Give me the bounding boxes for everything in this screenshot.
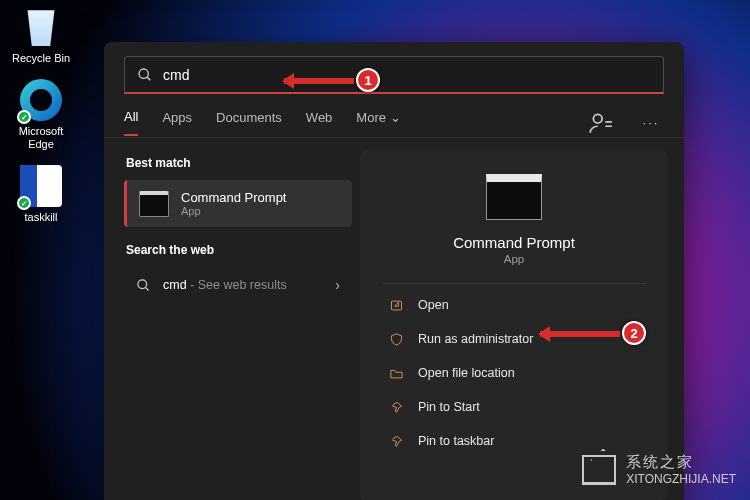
search-tabs: All Apps Documents Web More⌄ ···	[104, 94, 684, 138]
search-bar[interactable]	[124, 56, 664, 94]
annotation-badge-1: 1	[356, 68, 380, 92]
action-pin-to-start[interactable]: Pin to Start	[360, 390, 668, 424]
search-icon	[136, 278, 151, 293]
preview-subtitle: App	[360, 253, 668, 265]
command-prompt-icon	[139, 191, 169, 217]
results-column: Best match Command Prompt App Search the…	[104, 138, 352, 500]
best-match-text: Command Prompt App	[181, 190, 286, 217]
annotation-badge-2: 2	[622, 321, 646, 345]
action-run-as-administrator[interactable]: Run as administrator	[360, 322, 668, 356]
searchbar-row	[104, 42, 684, 94]
shortcut-badge-icon	[17, 110, 31, 124]
desktop-icon-label: Microsoft Edge	[6, 125, 76, 151]
svg-line-6	[145, 287, 148, 290]
result-preview-pane: Command Prompt App Open Run as administr…	[360, 150, 668, 500]
watermark-cn: 系统之家	[626, 453, 736, 472]
desktop-icon-taskkill[interactable]: taskkill	[6, 165, 76, 224]
best-match-subtitle: App	[181, 205, 286, 217]
svg-point-5	[138, 279, 147, 288]
svg-line-8	[394, 302, 398, 306]
folder-icon	[388, 365, 404, 381]
annotation-arrow-1	[284, 78, 354, 84]
watermark-logo-icon	[582, 455, 616, 485]
start-search-panel: All Apps Documents Web More⌄ ··· Best ma…	[104, 42, 684, 500]
tab-all[interactable]: All	[124, 109, 138, 136]
search-account-icon[interactable]	[588, 110, 614, 136]
desktop-icon-microsoft-edge[interactable]: Microsoft Edge	[6, 79, 76, 151]
web-result-cmd[interactable]: cmd - See web results ›	[124, 267, 352, 303]
search-more-options-icon[interactable]: ···	[638, 110, 664, 136]
divider	[382, 283, 646, 284]
svg-line-1	[147, 77, 150, 80]
best-match-title: Command Prompt	[181, 190, 286, 205]
web-result-text: cmd - See web results	[163, 278, 323, 292]
watermark-text: 系统之家 XITONGZHIJIA.NET	[626, 453, 736, 486]
tab-more[interactable]: More⌄	[356, 110, 401, 135]
open-icon	[388, 297, 404, 313]
pin-icon	[388, 433, 404, 449]
shortcut-badge-icon	[17, 196, 31, 210]
chevron-down-icon: ⌄	[390, 110, 401, 125]
recycle-bin-icon	[20, 6, 62, 48]
annotation-arrow-2	[540, 331, 620, 337]
best-match-heading: Best match	[126, 156, 352, 170]
desktop-icon-column: Recycle Bin Microsoft Edge taskkill	[6, 6, 86, 238]
desktop-icon-label: Recycle Bin	[6, 52, 76, 65]
action-label: Open file location	[418, 366, 515, 380]
action-label: Open	[418, 298, 449, 312]
action-open[interactable]: Open	[360, 288, 668, 322]
web-result-query: cmd	[163, 278, 187, 292]
action-label: Pin to taskbar	[418, 434, 494, 448]
taskkill-icon	[20, 165, 62, 207]
chevron-right-icon: ›	[335, 277, 340, 293]
tab-web[interactable]: Web	[306, 110, 333, 135]
preview-title: Command Prompt	[360, 234, 668, 251]
svg-point-0	[139, 69, 148, 78]
shield-icon	[388, 331, 404, 347]
command-prompt-icon	[486, 174, 542, 220]
watermark: 系统之家 XITONGZHIJIA.NET	[582, 453, 736, 486]
svg-rect-7	[391, 301, 401, 310]
desktop-icon-recycle-bin[interactable]: Recycle Bin	[6, 6, 76, 65]
tab-apps[interactable]: Apps	[162, 110, 192, 135]
search-input[interactable]	[163, 67, 651, 83]
desktop-icon-label: taskkill	[6, 211, 76, 224]
action-open-file-location[interactable]: Open file location	[360, 356, 668, 390]
best-match-result[interactable]: Command Prompt App	[124, 180, 352, 227]
action-label: Run as administrator	[418, 332, 533, 346]
tab-more-label: More	[356, 110, 386, 125]
search-web-heading: Search the web	[126, 243, 352, 257]
web-result-suffix: - See web results	[187, 278, 287, 292]
watermark-url: XITONGZHIJIA.NET	[626, 472, 736, 486]
action-label: Pin to Start	[418, 400, 480, 414]
pin-icon	[388, 399, 404, 415]
edge-icon	[20, 79, 62, 121]
tab-documents[interactable]: Documents	[216, 110, 282, 135]
svg-point-2	[593, 114, 602, 123]
search-icon	[137, 67, 153, 83]
